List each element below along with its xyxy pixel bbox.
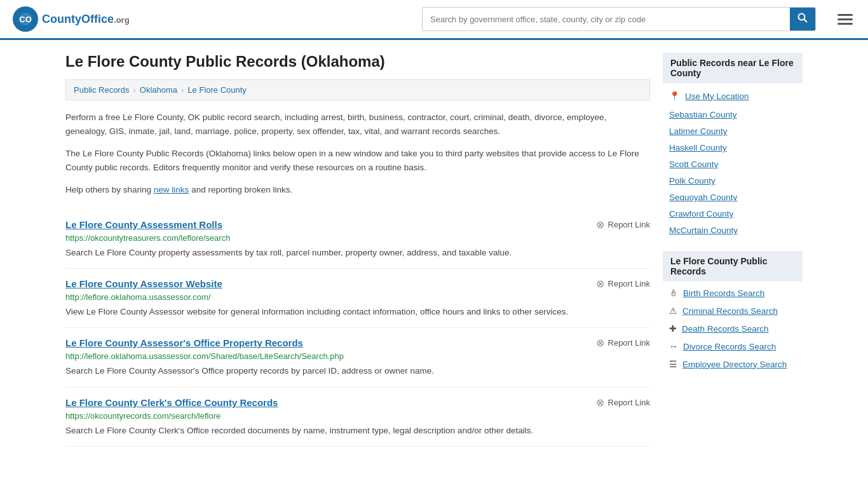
breadcrumb-oklahoma[interactable]: Oklahoma	[140, 85, 177, 95]
local-records-list: 🕯 Birth Records Search ⚠ Criminal Record…	[663, 284, 803, 373]
search-icon	[797, 13, 808, 23]
local-record-item-1: ⚠ Criminal Records Search	[663, 302, 803, 320]
local-record-item-2: ✚ Death Records Search	[663, 320, 803, 337]
editor-text: The Le Flore County Public Records (Okla…	[65, 147, 650, 174]
local-record-link-3[interactable]: Divorce Records Search	[683, 342, 776, 351]
local-record-item-4: ☰ Employee Directory Search	[663, 355, 803, 373]
nearby-county-link-2[interactable]: Haskell County	[669, 143, 727, 152]
nearby-county-item-5: Sequoyah County	[663, 189, 803, 205]
search-input[interactable]	[423, 10, 790, 29]
local-record-icon-3: ↔	[669, 341, 678, 351]
nearby-county-link-1[interactable]: Latimer County	[669, 126, 728, 136]
record-item: Le Flore County Assessor's Office Proper…	[65, 328, 650, 387]
record-url-3[interactable]: https://okcountyrecords.com/search/leflo…	[65, 411, 650, 421]
nearby-county-item-6: Crawford County	[663, 205, 803, 222]
menu-bar-1	[837, 14, 853, 16]
local-record-link-0[interactable]: Birth Records Search	[683, 288, 764, 298]
logo-county: County	[42, 13, 81, 25]
local-record-item-3: ↔ Divorce Records Search	[663, 337, 803, 355]
nearby-county-link-7[interactable]: McCurtain County	[669, 226, 738, 235]
local-record-icon-1: ⚠	[669, 306, 677, 316]
svg-text:CO: CO	[19, 15, 32, 24]
nearby-county-item-7: McCurtain County	[663, 222, 803, 238]
help-suffix: and reporting broken links.	[191, 185, 292, 194]
svg-line-4	[804, 20, 808, 23]
nearby-county-link-6[interactable]: Crawford County	[669, 209, 733, 219]
report-icon-1: ⊗	[596, 278, 604, 290]
nearby-section: Public Records near Le Flore County 📍 Us…	[663, 53, 803, 238]
record-title-1[interactable]: Le Flore County Assessor Website	[65, 278, 222, 289]
local-record-item-0: 🕯 Birth Records Search	[663, 284, 803, 302]
record-url-1[interactable]: http://leflore.oklahoma.usassessor.com/	[65, 292, 650, 302]
logo-office: Office	[81, 13, 114, 25]
report-link-2[interactable]: ⊗ Report Link	[596, 337, 650, 349]
local-records-title: Le Flore County Public Records	[663, 251, 803, 281]
logo-domain: .org	[114, 15, 130, 25]
record-item: Le Flore County Assessment Rolls ⊗ Repor…	[65, 210, 650, 269]
records-list: Le Flore County Assessment Rolls ⊗ Repor…	[65, 210, 650, 447]
location-pin-icon: 📍	[669, 91, 680, 101]
report-label-2: Report Link	[608, 338, 650, 348]
nearby-county-link-3[interactable]: Scott County	[669, 159, 718, 169]
record-title-3[interactable]: Le Flore County Clerk's Office County Re…	[65, 397, 278, 408]
page-title: Le Flore County Public Records (Oklahoma…	[65, 53, 650, 71]
breadcrumb-sep-2: ›	[181, 85, 184, 95]
intro-text: Perform a free Le Flore County, OK publi…	[65, 111, 650, 138]
record-desc-2: Search Le Flore County Assessor's Office…	[65, 365, 650, 377]
local-records-section: Le Flore County Public Records 🕯 Birth R…	[663, 251, 803, 373]
nearby-county-link-0[interactable]: Sebastian County	[669, 110, 737, 119]
report-label-3: Report Link	[608, 398, 650, 407]
record-url-2[interactable]: http://leflore.oklahoma.usassessor.com/S…	[65, 351, 650, 361]
report-icon-3: ⊗	[596, 396, 604, 409]
report-link-1[interactable]: ⊗ Report Link	[596, 278, 650, 290]
breadcrumb: Public Records › Oklahoma › Le Flore Cou…	[65, 79, 650, 100]
report-icon-0: ⊗	[596, 219, 604, 231]
use-location-link[interactable]: Use My Location	[685, 92, 749, 101]
record-title-2[interactable]: Le Flore County Assessor's Office Proper…	[65, 337, 303, 348]
content-area: Le Flore County Public Records (Oklahoma…	[65, 53, 650, 447]
breadcrumb-le-flore[interactable]: Le Flore County	[187, 85, 247, 95]
search-bar	[422, 7, 816, 31]
nearby-county-item-0: Sebastian County	[663, 106, 803, 123]
record-url-0[interactable]: https://okcountytreasurers.com/leflore/s…	[65, 233, 650, 243]
report-label-1: Report Link	[608, 279, 650, 288]
nearby-county-item-3: Scott County	[663, 156, 803, 172]
record-desc-1: View Le Flore County Assessor website fo…	[65, 306, 650, 318]
new-links[interactable]: new links	[154, 185, 189, 194]
report-link-3[interactable]: ⊗ Report Link	[596, 396, 650, 409]
local-record-link-2[interactable]: Death Records Search	[682, 324, 769, 334]
help-text: Help others by sharing new links and rep…	[65, 183, 650, 197]
help-prefix: Help others by sharing	[65, 185, 151, 194]
nearby-counties-list: Sebastian CountyLatimer CountyHaskell Co…	[663, 106, 803, 238]
menu-button[interactable]	[835, 11, 855, 27]
local-record-icon-0: 🕯	[669, 288, 678, 298]
report-label-0: Report Link	[608, 220, 650, 229]
record-title-0[interactable]: Le Flore County Assessment Rolls	[65, 219, 222, 230]
menu-bar-2	[837, 18, 853, 20]
record-header-0: Le Flore County Assessment Rolls ⊗ Repor…	[65, 219, 650, 231]
record-header-2: Le Flore County Assessor's Office Proper…	[65, 337, 650, 349]
site-header: CO CountyOffice.org	[0, 0, 868, 40]
record-item: Le Flore County Clerk's Office County Re…	[65, 388, 650, 447]
nearby-county-link-5[interactable]: Sequoyah County	[669, 193, 737, 202]
record-desc-0: Search Le Flore County property assessme…	[65, 247, 650, 259]
logo-text: CountyOffice.org	[42, 13, 130, 26]
search-button[interactable]	[790, 8, 815, 30]
nearby-county-item-4: Polk County	[663, 172, 803, 189]
use-location[interactable]: 📍 Use My Location	[663, 86, 803, 106]
nearby-county-item-1: Latimer County	[663, 123, 803, 139]
local-record-link-4[interactable]: Employee Directory Search	[682, 360, 787, 369]
menu-bar-3	[837, 23, 853, 25]
logo[interactable]: CO CountyOffice.org	[13, 6, 130, 32]
breadcrumb-public-records[interactable]: Public Records	[74, 85, 129, 95]
report-link-0[interactable]: ⊗ Report Link	[596, 219, 650, 231]
record-header-1: Le Flore County Assessor Website ⊗ Repor…	[65, 278, 650, 290]
svg-point-3	[799, 14, 805, 20]
local-record-icon-4: ☰	[669, 359, 677, 369]
main-container: Le Flore County Public Records (Oklahoma…	[53, 40, 815, 459]
local-record-link-1[interactable]: Criminal Records Search	[682, 306, 778, 316]
nearby-section-title: Public Records near Le Flore County	[663, 53, 803, 83]
sidebar: Public Records near Le Flore County 📍 Us…	[663, 53, 803, 447]
record-header-3: Le Flore County Clerk's Office County Re…	[65, 396, 650, 409]
nearby-county-link-4[interactable]: Polk County	[669, 176, 715, 186]
